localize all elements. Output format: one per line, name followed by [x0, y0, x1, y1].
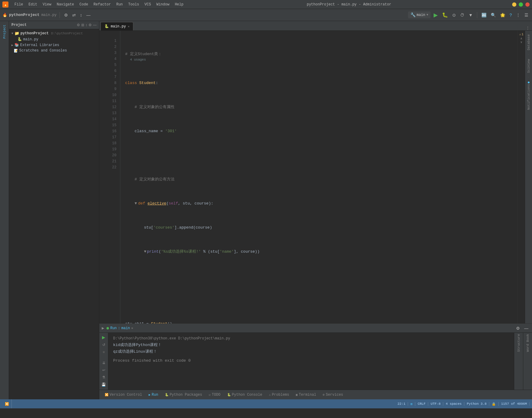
status-charset[interactable]: UTF-8	[428, 402, 443, 406]
run-config-tab-name: :	[118, 326, 120, 330]
status-lock-icon[interactable]: 🔒	[489, 402, 499, 406]
maximize-button[interactable]: □	[519, 2, 523, 7]
status-git-icon[interactable]: 🔀	[2, 399, 12, 408]
tab-services-label: Services	[326, 393, 343, 397]
tree-item-external-libraries[interactable]: ▶ 📚 External Libraries	[9, 42, 99, 48]
tree-item-main-py[interactable]: 🐍 main.py	[9, 36, 99, 42]
coverage-button[interactable]: ⊙	[451, 12, 457, 18]
tab-python-packages[interactable]: 🐍 Python Packages	[162, 391, 205, 398]
code-line-5	[125, 152, 513, 158]
tab-python-console[interactable]: 🐍 Python Console	[224, 391, 265, 398]
help-button[interactable]: ?	[508, 12, 513, 18]
menu-window[interactable]: Window	[154, 2, 172, 7]
profile-button[interactable]: ⏱	[459, 12, 466, 18]
menu-run[interactable]: Run	[114, 2, 125, 7]
run-tab[interactable]: Run : main ✕	[107, 326, 133, 330]
sort-button[interactable]: ↕	[79, 12, 83, 18]
collapse-arrow-7[interactable]: ▼	[135, 201, 137, 207]
menu-view[interactable]: View	[40, 2, 54, 7]
database-panel-icon[interactable]: Database	[526, 33, 532, 51]
run-config-selector[interactable]: 🔧 main ▼	[408, 11, 431, 18]
status-right: 22:1 ⊞ CRLF UTF-8 4 spaces Python 3.8 🔒 …	[395, 402, 530, 406]
notifications-panel-icon[interactable]: Notifications	[526, 80, 532, 111]
status-python-version[interactable]: Python 3.8	[464, 402, 489, 406]
status-indent[interactable]: 4 spaces	[443, 402, 464, 406]
main-py-label: main.py	[23, 37, 38, 42]
nav-down-icon[interactable]: ∨	[520, 40, 522, 44]
menu-tools[interactable]: Tools	[126, 2, 141, 7]
search-toolbar-button[interactable]: 🔍	[490, 12, 497, 18]
panel-settings-btn[interactable]: ⚙	[77, 23, 80, 27]
line-numbers: 1 2 3 4 5 6 7 8 9 10 11 12 13 14 15 16 1…	[105, 31, 120, 323]
warning-indicator[interactable]: ⚠ 1	[518, 32, 524, 37]
menu-help[interactable]: Help	[172, 2, 186, 7]
panel-layout-btn[interactable]: ⊞	[81, 23, 84, 27]
tab-run[interactable]: ▶ Run	[146, 391, 161, 398]
collapse-arrow-9[interactable]: ▼	[144, 249, 146, 255]
run-minimize-icon[interactable]: —	[523, 325, 530, 331]
panel-sort-btn[interactable]: ↕	[85, 23, 87, 27]
run-settings-icon[interactable]: ⚙	[515, 325, 521, 331]
project-panel-icon[interactable]: Project	[2, 23, 8, 40]
close-button[interactable]: ✕	[525, 2, 530, 7]
run-stop-btn[interactable]: ■	[102, 349, 106, 355]
run-button[interactable]: ▶	[432, 11, 439, 19]
file-name-label: main.py	[41, 13, 56, 17]
menu-code[interactable]: Code	[77, 2, 91, 7]
more-run-options[interactable]: ▼	[467, 12, 474, 18]
panel-settings2-btn[interactable]: ⚙	[88, 23, 92, 27]
panel-header-icons: ⚙ ⊞ ↕ ⚙ —	[77, 23, 97, 27]
run-tab-close[interactable]: ✕	[131, 326, 133, 330]
left-side-icons: Project	[0, 21, 9, 399]
status-windows-icon[interactable]: ⊞	[408, 402, 415, 406]
run-rerun-btn[interactable]: ↺	[101, 342, 106, 348]
run-save-btn[interactable]: 💾	[101, 382, 107, 388]
line-ending-label: CRLF	[418, 402, 425, 406]
run-tab-config: main	[121, 326, 130, 330]
menu-more-button[interactable]: ⋮	[515, 12, 521, 18]
tab-todo[interactable]: ☑ TODO	[206, 391, 224, 398]
tab-version-control[interactable]: 🔀 Version Control	[102, 391, 145, 398]
minimize-button[interactable]: —	[512, 2, 516, 7]
tab-more-icon[interactable]: ⋮	[526, 26, 530, 30]
run-scroll-btn[interactable]: ⇊	[101, 360, 106, 366]
app-icon: 🔥	[2, 2, 8, 8]
code-area[interactable]: # 定义Student类： 4 usages class Student: # …	[120, 31, 518, 323]
menu-file[interactable]: File	[12, 2, 26, 7]
run-wrap-btn[interactable]: ↩	[101, 367, 106, 373]
tab-close-icon[interactable]: ✕	[128, 25, 129, 28]
nav-up-icon[interactable]: ∧	[520, 37, 522, 40]
sciview-panel-icon[interactable]: SciView	[526, 58, 532, 74]
expand-collapse-button[interactable]: —	[85, 12, 92, 18]
run-filter-btn[interactable]: ⚗	[101, 374, 106, 380]
run-status-dot	[107, 327, 109, 329]
status-memory[interactable]: 1157 of 4096M	[499, 402, 530, 406]
structure-label[interactable]: Structure	[516, 333, 522, 353]
run-play-btn[interactable]: ▶	[101, 334, 106, 341]
tree-item-project[interactable]: ▼ 📁 pythonProject D:\pythonProject	[9, 30, 99, 36]
status-line-ending[interactable]: CRLF	[415, 402, 428, 406]
paren-close: ):	[209, 201, 213, 207]
tree-item-scratches[interactable]: 📝 Scratches and Consoles	[9, 48, 99, 53]
debug-button[interactable]: 🐛	[441, 11, 449, 18]
indent-6	[125, 176, 135, 182]
tab-terminal[interactable]: ▣ Terminal	[293, 391, 319, 398]
word-book-label[interactable]: Word Book	[525, 333, 531, 353]
translate-button[interactable]: 🔤	[480, 12, 488, 18]
sidebar-toggle-button[interactable]: ☰	[523, 12, 530, 18]
jetbrains-button[interactable]: 🌟	[499, 12, 506, 18]
menu-refactor[interactable]: Refactor	[91, 2, 113, 7]
indent-9	[125, 249, 144, 255]
run-side-toolbar: ▶ ↺ ■ ⇊ ↩ ⚗ 💾 🗑	[99, 333, 108, 390]
menu-edit[interactable]: Edit	[26, 2, 40, 7]
tab-main-py[interactable]: 🐍 main.py ✕	[101, 22, 133, 30]
settings-button[interactable]: ⚙	[63, 12, 69, 18]
menu-navigate[interactable]: Navigate	[54, 2, 76, 7]
panel-close-btn[interactable]: —	[93, 23, 97, 27]
sync-button[interactable]: ⇄	[71, 12, 77, 18]
folder-icon: 📁	[14, 31, 19, 36]
tab-problems[interactable]: ⚠ Problems	[266, 391, 292, 398]
tab-services[interactable]: ⚙ Services	[320, 391, 346, 398]
menu-vcs[interactable]: VCS	[142, 2, 153, 7]
status-line-col[interactable]: 22:1	[395, 402, 408, 406]
